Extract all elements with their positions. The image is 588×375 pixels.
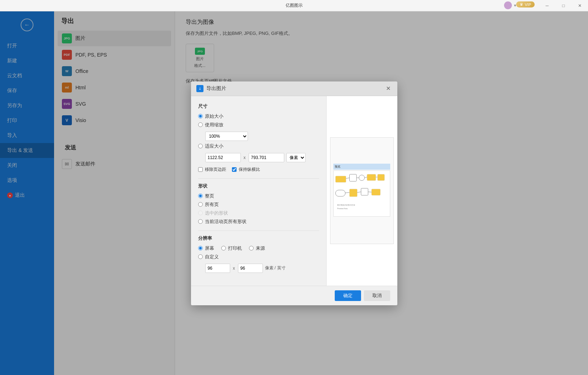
radio-all-pages[interactable]: 所有页 [198, 201, 319, 208]
radio-source-input[interactable] [249, 246, 254, 250]
resolution-section: 分辨率 屏幕 打印机 [198, 235, 319, 273]
radio-original-label: 原始大小 [205, 113, 223, 120]
radio-all-pages-label: 所有页 [205, 201, 219, 208]
margin-checkbox-row: 移除页边距 保持纵横比 [198, 167, 319, 173]
width-input[interactable] [205, 153, 241, 162]
close-button[interactable]: ✕ [572, 0, 588, 11]
svg-rect-11 [361, 188, 368, 195]
modal-footer: 确定 取消 [191, 286, 397, 305]
vip-badge[interactable]: ♛ VIP [516, 1, 535, 7]
avatar [504, 1, 512, 9]
preview-content: 预览 [333, 164, 390, 218]
window-controls: ─ □ ✕ [539, 0, 588, 11]
radio-custom-input[interactable] [198, 254, 203, 259]
title-bar: 亿图图示 ▼ ♛ VIP ─ □ ✕ [0, 0, 588, 11]
dpi-x-separator: x [233, 266, 235, 271]
radio-source-label: 来源 [256, 245, 265, 252]
size-radio-group: 原始大小 使用缩放 100% 50% 200% [198, 113, 319, 173]
radio-printer-input[interactable] [221, 246, 226, 250]
x-separator: x [244, 155, 246, 160]
modal-title: 导出图片 [206, 85, 226, 92]
radio-screen-input[interactable] [198, 246, 203, 250]
user-area: ▼ [504, 1, 517, 9]
radio-active-page[interactable]: 当前活动页所有形状 [198, 218, 319, 225]
radio-fit-label: 适应大小 [205, 143, 223, 149]
preview-header-bar: 预览 [333, 164, 390, 170]
maximize-button[interactable]: □ [555, 0, 572, 11]
app-title: 亿图图示 [286, 2, 303, 9]
dpi-x-input[interactable] [205, 264, 230, 273]
scale-select[interactable]: 100% 50% 200% [205, 132, 248, 141]
radio-fit-input[interactable] [198, 144, 203, 148]
radio-screen-label: 屏幕 [205, 245, 214, 252]
modal-body: 尺寸 原始大小 使用缩放 [191, 96, 397, 286]
modal-icon: ⤓ [196, 85, 203, 92]
size-section-title: 尺寸 [198, 103, 319, 110]
svg-rect-3 [367, 174, 376, 181]
crown-icon: ♛ [520, 2, 523, 7]
radio-custom-dpi[interactable]: 自定义 [198, 254, 319, 260]
svg-text:Preview Area: Preview Area [337, 208, 348, 210]
custom-dpi-row: x 像素 / 英寸 [205, 264, 319, 273]
modal-header: ⤓ 导出图片 ✕ [191, 81, 397, 96]
preview-box: 预览 [330, 137, 394, 244]
dpi-unit-label: 像素 / 英寸 [265, 265, 286, 271]
svg-rect-0 [335, 176, 346, 183]
keep-ratio-checkbox[interactable] [232, 167, 237, 172]
radio-active-page-label: 当前活动页所有形状 [205, 218, 247, 225]
radio-use-scale[interactable]: 使用缩放 [198, 122, 319, 128]
svg-rect-12 [372, 189, 381, 195]
radio-selected-shapes[interactable]: 选中的形状 [198, 210, 319, 216]
remove-margin-checkbox[interactable] [198, 167, 203, 172]
svg-line-14 [357, 192, 361, 192]
radio-source[interactable]: 来源 [249, 245, 265, 252]
height-input[interactable] [249, 153, 284, 162]
svg-rect-1 [350, 174, 357, 181]
radio-active-page-input[interactable] [198, 219, 203, 224]
cancel-button[interactable]: 取消 [364, 290, 390, 301]
dpi-y-input[interactable] [238, 264, 263, 273]
size-section: 尺寸 原始大小 使用缩放 [198, 103, 319, 173]
svg-line-15 [368, 192, 372, 192]
keep-ratio-label: 保持纵横比 [239, 167, 260, 173]
svg-line-13 [345, 192, 350, 193]
svg-line-5 [346, 178, 350, 179]
shape-section: 形状 整页 所有页 选中的形状 [198, 183, 319, 225]
radio-fit-size[interactable]: 适应大小 [198, 143, 319, 149]
radio-custom-label: 自定义 [205, 254, 219, 260]
radio-scale-label: 使用缩放 [205, 122, 223, 128]
modal-close-button[interactable]: ✕ [385, 85, 392, 92]
radio-printer[interactable]: 打印机 [221, 245, 242, 252]
remove-margin-label: 移除页边距 [205, 167, 226, 173]
fit-size-inputs: x 像素 英寸 [205, 153, 319, 162]
shape-radio-group: 整页 所有页 选中的形状 当前活动页所有形状 [198, 193, 319, 225]
modal-overlay: ⤓ 导出图片 ✕ 尺寸 原始大小 [0, 11, 588, 375]
resolution-section-title: 分辨率 [198, 235, 319, 242]
resolution-radio-inline: 屏幕 打印机 来源 [198, 245, 319, 252]
unit-select[interactable]: 像素 英寸 [286, 153, 306, 162]
svg-rect-10 [350, 189, 357, 197]
radio-selected-label: 选中的形状 [205, 210, 228, 216]
radio-original-input[interactable] [198, 114, 203, 118]
radio-screen[interactable]: 屏幕 [198, 245, 214, 252]
radio-selected-input [198, 211, 203, 215]
ok-button[interactable]: 确定 [335, 290, 361, 301]
radio-whole-page-label: 整页 [205, 193, 214, 199]
modal-left-panel: 尺寸 原始大小 使用缩放 [191, 96, 326, 286]
resolution-radio-group: 屏幕 打印机 来源 [198, 245, 319, 273]
export-image-modal: ⤓ 导出图片 ✕ 尺寸 原始大小 [191, 81, 397, 305]
svg-point-2 [359, 175, 365, 181]
modal-right-panel: 预览 [326, 96, 397, 286]
radio-scale-input[interactable] [198, 122, 203, 127]
radio-whole-page[interactable]: 整页 [198, 193, 319, 199]
radio-whole-page-input[interactable] [198, 194, 203, 198]
radio-original-size[interactable]: 原始大小 [198, 113, 319, 120]
radio-all-pages-input[interactable] [198, 202, 203, 207]
svg-text:图示预览内容显示区域: 图示预览内容显示区域 [337, 204, 355, 206]
svg-rect-9 [335, 190, 345, 196]
modal-header-left: ⤓ 导出图片 [196, 85, 226, 92]
radio-printer-label: 打印机 [228, 245, 242, 252]
svg-line-7 [365, 177, 367, 178]
scale-row: 100% 50% 200% [205, 132, 319, 141]
minimize-button[interactable]: ─ [539, 0, 555, 11]
